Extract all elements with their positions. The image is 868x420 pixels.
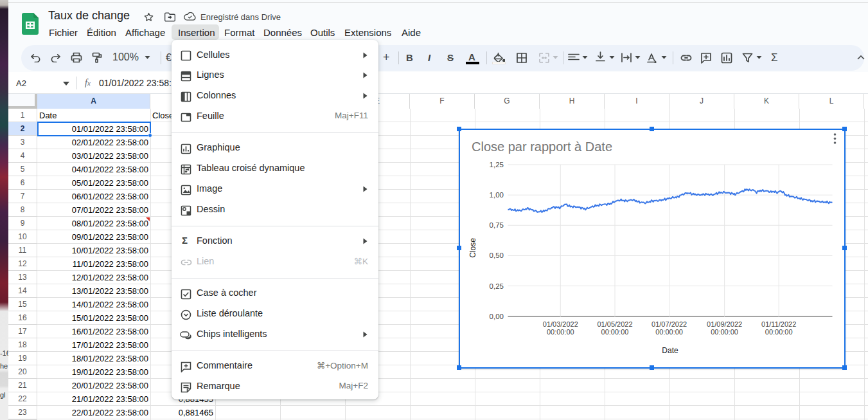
svg-text:01/09/2022: 01/09/2022 [707, 320, 742, 328]
svg-text:0,00: 0,00 [490, 313, 504, 320]
svg-text:01/11/2022: 01/11/2022 [761, 320, 796, 328]
svg-text:Date: Date [662, 346, 678, 355]
svg-text:00:00:00: 00:00:00 [547, 328, 574, 336]
svg-text:0,50: 0,50 [490, 251, 504, 259]
svg-text:1,25: 1,25 [490, 161, 504, 169]
svg-text:01/03/2022: 01/03/2022 [543, 320, 578, 328]
svg-text:00:00:00: 00:00:00 [601, 328, 629, 336]
svg-text:00:00:00: 00:00:00 [765, 328, 793, 336]
svg-text:00:00:00: 00:00:00 [655, 328, 683, 336]
svg-text:Close par rapport à Date: Close par rapport à Date [472, 140, 612, 154]
svg-text:0,25: 0,25 [490, 282, 504, 290]
svg-text:Close: Close [468, 238, 477, 258]
svg-text:01/07/2022: 01/07/2022 [651, 320, 687, 328]
svg-text:00:00:00: 00:00:00 [711, 328, 738, 336]
svg-text:1,00: 1,00 [490, 191, 504, 199]
svg-text:0,75: 0,75 [490, 221, 504, 229]
svg-text:01/05/2022: 01/05/2022 [597, 320, 632, 328]
